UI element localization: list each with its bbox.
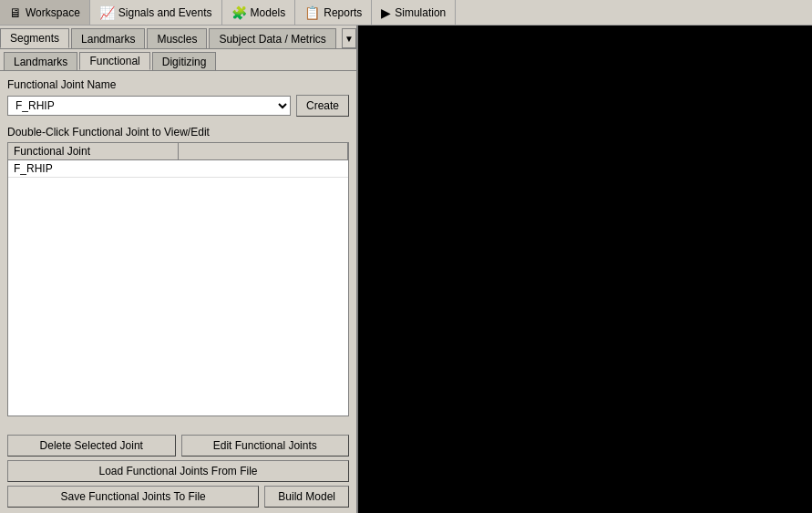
edit-joints-button[interactable]: Edit Functional Joints [181, 435, 350, 457]
table-row[interactable]: F_RHIP [8, 160, 348, 178]
sub-tab-functional[interactable]: Functional [79, 52, 149, 70]
table-header-col2 [179, 143, 349, 159]
table-instruction: Double-Click Functional Joint to View/Ed… [7, 126, 349, 139]
panel-content: Functional Joint Name F_RHIP Create Doub… [0, 71, 356, 431]
menu-workspace-label: Workspace [26, 6, 80, 19]
left-panel: Segments Landmarks Muscles Subject Data … [0, 26, 358, 513]
signals-icon: 📈 [99, 5, 115, 20]
menu-signals-label: Signals and Events [118, 6, 212, 19]
tab-landmarks[interactable]: Landmarks [71, 28, 145, 48]
save-joints-button[interactable]: Save Functional Joints To File [7, 486, 259, 508]
viewport: T10RBAKLBAKRPSILPSILPPRPPRASILASIF_ RHIP… [358, 26, 812, 513]
reports-icon: 📋 [304, 5, 320, 20]
create-button[interactable]: Create [296, 95, 349, 117]
menu-models-label: Models [251, 6, 286, 19]
joint-name-row: F_RHIP Create [7, 95, 349, 117]
table-cell-val [179, 160, 349, 177]
table-header-row: Functional Joint [8, 143, 348, 160]
tab-subject-data[interactable]: Subject Data / Metrics [209, 28, 335, 48]
sub-tab-bar: Landmarks Functional Digitizing [0, 49, 356, 71]
delete-joint-button[interactable]: Delete Selected Joint [7, 435, 176, 457]
sub-tab-digitizing[interactable]: Digitizing [152, 52, 217, 70]
menu-simulation[interactable]: ▶ Simulation [372, 0, 456, 25]
menu-reports[interactable]: 📋 Reports [295, 0, 372, 25]
menu-models[interactable]: 🧩 Models [222, 0, 296, 25]
simulation-icon: ▶ [381, 5, 391, 20]
tab-scroll-button[interactable]: ▼ [342, 28, 356, 48]
sub-tab-landmarks[interactable]: Landmarks [4, 52, 77, 70]
menu-signals[interactable]: 📈 Signals and Events [90, 0, 222, 25]
btn-row-1: Delete Selected Joint Edit Functional Jo… [7, 435, 349, 457]
tab-segments[interactable]: Segments [0, 28, 69, 48]
bottom-buttons: Delete Selected Joint Edit Functional Jo… [0, 431, 356, 513]
btn-row-2: Load Functional Joints From File [7, 460, 349, 482]
workspace-icon: 🖥 [9, 5, 22, 20]
build-model-button[interactable]: Build Model [264, 486, 349, 508]
models-icon: 🧩 [231, 5, 247, 20]
menu-reports-label: Reports [324, 6, 362, 19]
table-cell-joint: F_RHIP [8, 160, 179, 177]
menu-workspace[interactable]: 🖥 Workspace [0, 0, 90, 25]
table-header-col1: Functional Joint [8, 143, 179, 159]
menu-simulation-label: Simulation [395, 6, 446, 19]
main-container: Segments Landmarks Muscles Subject Data … [0, 26, 812, 513]
main-tab-bar: Segments Landmarks Muscles Subject Data … [0, 26, 356, 49]
menu-bar: 🖥 Workspace 📈 Signals and Events 🧩 Model… [0, 0, 812, 26]
btn-row-3: Save Functional Joints To File Build Mod… [7, 486, 349, 508]
tab-muscles[interactable]: Muscles [147, 28, 207, 48]
joint-name-label: Functional Joint Name [7, 78, 349, 91]
load-joints-button[interactable]: Load Functional Joints From File [7, 460, 349, 482]
functional-joints-table: Functional Joint F_RHIP [7, 142, 349, 416]
joint-name-dropdown[interactable]: F_RHIP [7, 96, 291, 116]
